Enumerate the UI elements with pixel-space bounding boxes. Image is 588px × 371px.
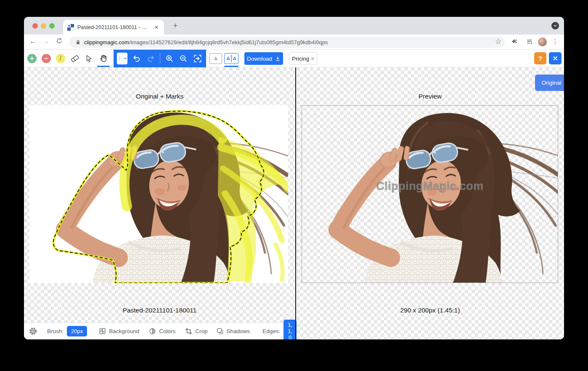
back-button[interactable]: ← [28,37,37,45]
split-view-active-underline [224,66,238,67]
background-button[interactable]: Background [98,327,139,335]
shadows-label: Shadows [227,328,250,334]
chevron-down-icon [123,56,127,61]
pan-hand-tool[interactable] [96,50,111,67]
original-toggle-button[interactable]: Original [535,75,564,91]
panel-split-divider [295,67,296,339]
url-text: clippingmagic.com/images/114527629/edit/… [84,39,328,45]
original-image-figure [29,105,288,283]
single-view-icon [212,55,219,62]
edges-label: Edges: [262,328,280,334]
eraser-icon [70,53,80,64]
preview-image[interactable]: ClippingMagic.com [302,105,558,283]
cursor-icon [85,54,94,63]
redo-button[interactable] [146,53,155,64]
download-button[interactable]: Download [244,52,283,65]
browser-tab[interactable]: Pasted-20211101-180011 - Clip ✕ [63,20,164,35]
zoom-out-button[interactable] [179,53,188,64]
left-image-caption: Pasted-20211101-180011 [24,307,295,314]
minus-icon: − [42,54,51,63]
external-link-icon [311,56,314,61]
tab-close-icon[interactable]: ✕ [153,24,160,31]
hand-icon [99,54,109,64]
url-field[interactable]: clippingmagic.com/images/114527629/edit/… [69,37,505,48]
bookmark-star-icon[interactable]: ☆ [495,37,501,46]
download-label: Download [247,56,272,62]
left-panel-title: Original + Marks [24,93,295,100]
watermark-text: ClippingMagic.com [376,180,483,192]
shadows-layers-icon [216,327,224,335]
eraser-tool[interactable] [68,50,82,67]
zoom-out-icon [179,54,188,63]
puzzle-icon [511,38,518,45]
address-bar: ← → clippingmagic.com/images/114527629/e… [24,35,564,50]
green-plus-tool[interactable]: + [25,50,39,67]
help-button[interactable]: ? [534,52,546,64]
url-path: /images/114527629/edit/8jh84gcjq8rd5vh7e… [129,39,328,45]
colors-half-circle-icon [148,327,156,335]
undo-icon [132,54,141,63]
zoom-fit-button[interactable] [193,53,203,64]
edges-value-button[interactable]: 1, 1, 0 [283,320,297,339]
extensions-puzzle-icon[interactable] [511,38,518,45]
single-view-toggle[interactable] [209,53,222,64]
colors-label: Colors [159,328,175,334]
right-panel-title: Preview [296,93,564,100]
settings-button[interactable] [28,326,38,336]
download-icon [275,56,281,62]
close-window-button[interactable] [32,23,38,29]
brush-size-button[interactable]: 20px [67,326,87,336]
background-label: Background [109,328,139,334]
split-view-toggle[interactable] [224,53,238,64]
split-view-icon [225,55,238,62]
dropdown-dots-icon: ⋮ [117,56,122,61]
browser-menu-icon[interactable]: ⋮ [551,37,560,45]
marks-menu-dropdown[interactable]: ⋮ [117,53,127,64]
editor-canvas: Original + Marks Preview Past [24,67,564,339]
reload-icon [56,37,63,44]
brush-label: Brush: [47,328,64,334]
gear-icon [28,326,38,336]
tab-search-button[interactable] [551,22,559,29]
shadows-button[interactable]: Shadows [216,327,250,335]
fit-screen-icon [193,53,203,64]
cursor-tool[interactable] [82,50,96,67]
red-minus-tool[interactable]: − [39,50,53,67]
zoom-in-icon [165,54,174,63]
slash-icon: / [56,54,65,63]
maximize-window-button[interactable] [49,23,55,29]
clippingmagic-favicon [67,24,74,31]
profile-avatar[interactable] [538,37,547,46]
colors-button[interactable]: Colors [148,327,175,335]
chevron-down-icon [553,23,558,28]
crop-icon [185,327,193,335]
yellow-marker-tool[interactable]: / [53,50,68,67]
reading-list-icon[interactable] [526,38,533,45]
preview-caption: 290 x 200px (1.45:1) [296,307,564,314]
background-checker-icon [98,327,106,335]
list-icon [526,38,533,45]
minimize-window-button[interactable] [41,23,46,29]
original-image[interactable] [29,105,288,283]
editor-toolbar: + − / ⋮ [24,50,564,67]
url-domain: clippingmagic.com [84,39,129,45]
new-tab-button[interactable]: + [170,21,180,31]
tab-title: Pasted-20211101-180011 - Clip [77,24,150,30]
preview-figure: ClippingMagic.com [302,106,558,283]
zoom-in-button[interactable] [165,53,174,64]
hand-tool-active-underline [97,66,110,67]
lock-icon [75,40,81,45]
canvas-controls-group: ⋮ [114,50,206,67]
undo-button[interactable] [132,53,141,64]
plus-icon: + [27,54,37,63]
pricing-label: Pricing [292,56,309,62]
pricing-button[interactable]: Pricing [289,52,317,65]
reload-button[interactable] [56,37,65,44]
toolbar-divider [160,53,160,64]
forward-button[interactable]: → [42,37,51,45]
browser-window: Pasted-20211101-180011 - Clip ✕ + ← → cl… [24,17,564,339]
close-editor-button[interactable]: ✕ [549,52,562,64]
crop-button[interactable]: Crop [185,327,207,335]
bottom-toolbar: Brush: 20px Background Colors [24,323,295,339]
redo-icon [146,54,155,63]
